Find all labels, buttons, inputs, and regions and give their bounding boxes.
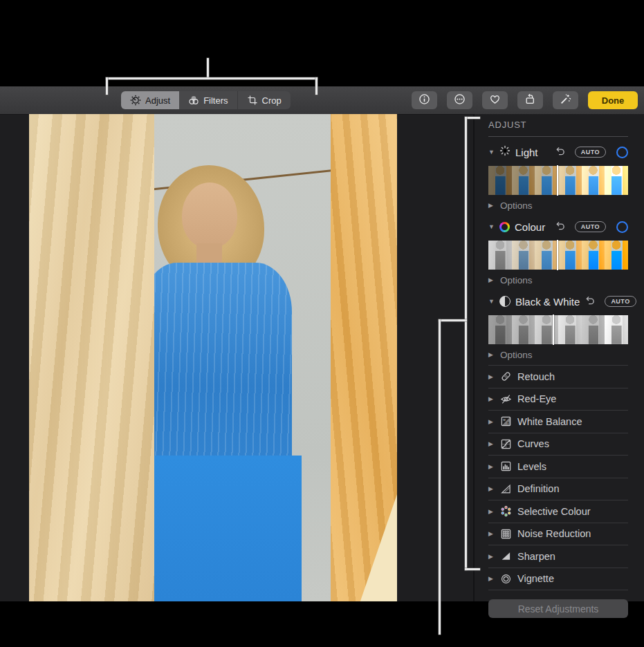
white-balance-icon: wB [500,415,512,427]
disclosure-collapsed-icon: ▶ [488,485,495,492]
more-icon [454,93,466,107]
strip-thumbnail[interactable] [582,166,605,195]
segment-adjust[interactable]: Adjust [121,91,179,109]
callout-panel-top-bar [465,117,480,119]
retouch-icon [500,371,512,382]
strip-thumbnail[interactable] [512,166,535,195]
strip-thumbnail[interactable] [605,166,628,195]
segment-label: Crop [262,95,282,106]
undo-icon[interactable] [585,295,595,308]
section-header: ▼LightAUTO [488,144,628,160]
reset-adjustments-button[interactable]: Reset Adjustments [488,599,628,618]
section-colour: ▼ColourAUTO▶Options [488,218,628,286]
callout-top-tick-right [315,77,318,95]
strip-thumbnail[interactable] [535,166,558,195]
strip-thumbnail[interactable] [512,315,535,344]
callout-panel-bottom-bar [465,568,480,570]
strip-thumbnail[interactable] [582,241,605,270]
strip-thumbnail[interactable] [605,241,628,270]
adjustment-strip-slider[interactable] [488,241,628,270]
strip-marker[interactable] [557,165,559,196]
photos-edit-window: AdjustFiltersCrop Done ADJUST ▼LightAUTO… [0,86,644,601]
callout-panel-vertical [465,117,467,570]
callout-top-bar [106,77,318,79]
disclosure-collapsed-icon: ▶ [488,276,495,283]
section-header: ▼ColourAUTO [488,218,628,235]
rotate-button[interactable] [517,91,543,109]
options-row[interactable]: ▶Options [488,348,628,361]
tool-label: Selective Colour [517,506,591,517]
strip-thumbnail[interactable] [582,315,605,344]
options-label: Options [500,350,533,360]
adjustment-strip-slider[interactable] [488,166,628,195]
options-row[interactable]: ▶Options [488,274,628,286]
strip-thumbnail[interactable] [605,315,628,344]
disclosure-collapsed-icon: ▶ [488,530,495,537]
options-label: Options [500,200,533,211]
strip-thumbnail[interactable] [512,241,535,270]
section-black-white: ▼Black & WhiteAUTO▶Options [488,293,628,361]
strip-thumbnail[interactable] [535,241,558,270]
options-label: Options [500,275,533,285]
strip-thumbnail[interactable] [488,315,512,344]
strip-marker[interactable] [557,240,559,270]
sharpen-icon [500,550,512,562]
svg-text:B: B [507,422,509,426]
auto-button[interactable]: AUTO [605,296,636,307]
section-label: Black & White [515,296,580,308]
enhance-button[interactable] [553,91,578,109]
tool-label: Sharpen [517,551,555,562]
strip-thumbnail[interactable] [558,166,582,195]
info-button[interactable] [412,91,437,109]
undo-icon[interactable] [555,221,565,233]
panel-divider [488,136,628,137]
strip-thumbnail[interactable] [488,166,512,195]
auto-button[interactable]: AUTO [575,221,606,232]
tool-row-white-balance[interactable]: ▶wBWhite Balance [488,411,628,433]
undo-icon[interactable] [555,146,565,158]
red-eye-icon [500,393,512,405]
strip-thumbnail[interactable] [558,315,582,344]
photo-canvas[interactable] [29,114,397,601]
magic-wand-icon [560,93,571,107]
tool-label: Red-Eye [517,393,556,404]
disclosure-collapsed-icon: ▶ [488,351,495,358]
curves-icon [500,438,512,450]
tool-row-levels[interactable]: ▶Levels [488,456,628,478]
options-row[interactable]: ▶Options [488,199,628,212]
tool-label: Retouch [517,371,555,382]
disclosure-collapsed-icon: ▶ [488,508,495,515]
tool-row-vignette[interactable]: ▶Vignette [488,568,628,591]
segment-crop[interactable]: Crop [238,91,291,109]
favorite-button[interactable] [482,91,508,109]
segment-label: Adjust [145,95,170,106]
strip-marker[interactable] [553,315,555,345]
adjustment-strip-slider[interactable] [488,315,628,344]
auto-button[interactable]: AUTO [575,147,606,158]
section-toggle-circle[interactable] [616,147,628,158]
colour-wheel-icon [499,222,510,232]
adjust-tools-list: ▶Retouch▶Red-Eye▶wBWhite Balance▶Curves▶… [488,365,628,590]
tool-row-sharpen[interactable]: ▶Sharpen [488,545,628,568]
strip-thumbnail[interactable] [558,241,582,270]
segment-filters[interactable]: Filters [179,91,237,109]
done-button[interactable]: Done [588,91,638,109]
strip-thumbnail[interactable] [488,241,512,270]
adjust-panel: ADJUST ▼LightAUTO▶Options▼ColourAUTO▶Opt… [473,114,644,601]
strip-thumbnail[interactable] [535,315,558,344]
disclosure-collapsed-icon: ▶ [488,463,495,470]
disclosure-expanded-icon[interactable]: ▼ [488,223,495,230]
tool-row-curves[interactable]: ▶Curves [488,433,628,456]
tool-row-red-eye[interactable]: ▶Red-Eye [488,388,628,411]
definition-icon [500,483,512,495]
tool-row-selective-colour[interactable]: ▶Selective Colour [488,500,628,523]
tool-row-noise-reduction[interactable]: ▶Noise Reduction [488,523,628,546]
section-toggle-circle[interactable] [616,221,628,233]
disclosure-expanded-icon[interactable]: ▼ [488,149,495,156]
toolbar-actions: Done [412,91,638,109]
disclosure-expanded-icon[interactable]: ▼ [488,298,495,305]
tool-row-definition[interactable]: ▶Definition [488,478,628,501]
more-button[interactable] [447,91,472,109]
tool-row-retouch[interactable]: ▶Retouch [488,365,628,388]
filters-icon [188,95,199,106]
